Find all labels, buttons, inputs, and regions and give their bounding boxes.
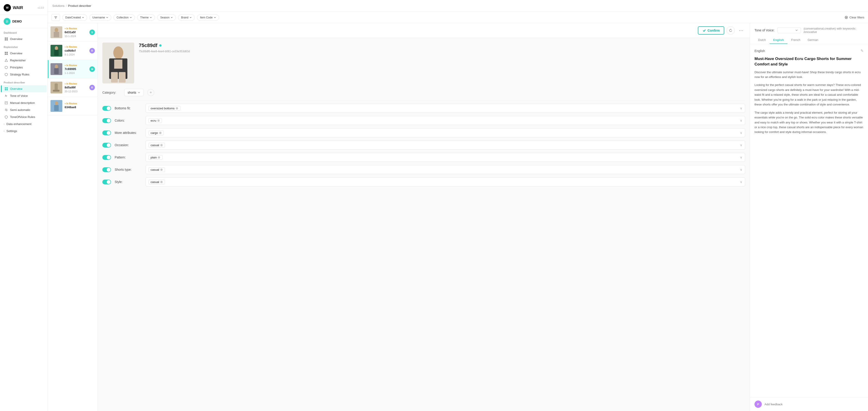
attr-label-occasion: Occasion:: [115, 143, 142, 147]
list-item-avatar-8d5a99f: R: [89, 85, 95, 90]
toggle-bottoms-fit[interactable]: [102, 106, 111, 111]
user-avatar: D: [4, 18, 10, 25]
main-area: Solutions / Product describer DateCreate…: [48, 0, 868, 411]
svg-rect-40: [54, 105, 59, 111]
attr-tag-remove-casual-shorts[interactable]: ⊗: [160, 168, 163, 171]
sidebar-expand-settings[interactable]: › Settings: [0, 128, 48, 134]
edit-description-button[interactable]: ✎: [861, 49, 863, 53]
product-info: 75c89df 75c89df6-4ee8-4ee4-b061-ce33e353…: [139, 42, 745, 84]
list-item-thumb-7c69995: [51, 63, 62, 75]
sidebar-item-tone-of-voice[interactable]: Tone of Voice: [1, 92, 46, 99]
toggle-shorts-type[interactable]: [102, 167, 111, 172]
attr-tags-more-attributes: cargo ⊗: [149, 130, 164, 135]
list-item-id-ca9b8cf: ca9b8cf: [65, 49, 87, 52]
list-item-ca9b8cf[interactable]: In Review ca9b8cf 8-1-2024 R: [48, 41, 98, 60]
svg-rect-4: [5, 52, 6, 53]
toggle-pattern[interactable]: [102, 155, 111, 160]
attr-select-colors[interactable]: ecru ⊗ ∨: [146, 116, 745, 125]
toggle-occasion[interactable]: [102, 143, 111, 148]
attr-tags-colors: ecru ⊗: [149, 118, 162, 123]
attr-tag-remove-oversized-bottoms[interactable]: ⊗: [176, 106, 178, 110]
description-section-label: English ✎: [754, 49, 863, 53]
svg-rect-0: [5, 37, 6, 39]
attr-tag-label-casual-shorts: casual: [151, 168, 159, 171]
list-item-avatar-6d31a5f: S: [89, 30, 95, 35]
feedback-input[interactable]: [765, 403, 863, 406]
attr-tag-remove-casual-style[interactable]: ⊗: [160, 180, 163, 184]
filter-brand-label: Brand: [181, 16, 188, 19]
list-item-8d5a99f[interactable]: In Review 8d5a99f 20-12-2023 R: [48, 78, 98, 97]
attr-row-more-attributes: More attributes: cargo ⊗ ∨: [102, 128, 745, 137]
attr-tag-remove-ecru[interactable]: ⊗: [157, 119, 160, 122]
list-item-6348ae8[interactable]: In Review 6348ae8: [48, 97, 98, 115]
list-item-thumb-8d5a99f: [51, 82, 62, 93]
attr-tag-cargo: cargo ⊗: [149, 130, 164, 135]
refresh-button[interactable]: [726, 26, 735, 35]
breadcrumb-parent[interactable]: Solutions: [52, 4, 64, 7]
sidebar-label-manual-description: Manual description: [10, 101, 35, 104]
filter-season[interactable]: Season: [157, 14, 176, 21]
filter-theme[interactable]: Theme: [137, 14, 155, 21]
tov-select[interactable]: [777, 27, 801, 33]
sidebar: W WAIR v1.0.0 D DEMO Dashboard Overview …: [0, 0, 48, 411]
tab-french[interactable]: French: [787, 36, 804, 44]
filter-season-label: Season: [160, 16, 169, 19]
svg-rect-34: [54, 68, 59, 74]
more-options-button[interactable]: ⋯: [737, 26, 745, 35]
sidebar-item-tov-rules[interactable]: ToneOfVoice Rules: [1, 114, 46, 121]
filter-item-code[interactable]: Item Code: [197, 14, 219, 21]
sidebar-label-overview-dashboard: Overview: [10, 37, 22, 41]
attr-select-pattern[interactable]: plain ⊗ ∨: [146, 153, 745, 162]
attr-tag-remove-plain[interactable]: ⊗: [158, 156, 160, 159]
toggle-more-attributes[interactable]: [102, 130, 111, 135]
sidebar-item-overview-product[interactable]: Overview: [1, 85, 46, 92]
sidebar-item-principles[interactable]: Principles: [1, 64, 46, 71]
attr-select-occasion[interactable]: casual ⊗ ∨: [146, 140, 745, 150]
sidebar-item-overview-replenisher[interactable]: Overview: [1, 50, 46, 57]
attr-select-style[interactable]: casual ⊗ ∨: [146, 177, 745, 186]
list-item-7c69995[interactable]: In Review 7c69995 1-1-2024 M: [48, 60, 98, 78]
tab-dutch[interactable]: Dutch: [754, 36, 770, 44]
category-select[interactable]: shorts: [124, 89, 144, 96]
attr-select-bottoms-fit[interactable]: oversized bottoms ⊗ ∨: [146, 104, 745, 113]
filter-icon-button[interactable]: [52, 14, 60, 21]
list-item-6d31a5f[interactable]: In Review 6d31a5f 10-1-2024 S: [48, 23, 98, 41]
attr-tag-remove-casual-occasion[interactable]: ⊗: [160, 144, 163, 147]
breadcrumb: Solutions / Product describer: [52, 4, 91, 7]
attr-tag-ecru: ecru ⊗: [149, 118, 162, 123]
svg-rect-5: [6, 52, 8, 53]
middle-body: 75c89df 75c89df6-4ee8-4ee4-b061-ce33e353…: [98, 38, 750, 411]
filter-item-code-label: Item Code: [200, 16, 212, 19]
attr-tag-plain: plain ⊗: [149, 155, 162, 160]
attr-select-more-attributes[interactable]: cargo ⊗ ∨: [146, 128, 745, 137]
sidebar-expand-data-enhancement[interactable]: › Data enhancement: [0, 121, 48, 128]
list-item-info-7c69995: In Review 7c69995 1-1-2024: [65, 64, 87, 74]
attr-tag-label-casual-occasion: casual: [151, 144, 159, 147]
clear-filters-button[interactable]: Clear filters: [844, 16, 864, 19]
attr-select-shorts-type[interactable]: casual ⊗ ∨: [146, 165, 745, 174]
filter-date-created[interactable]: DateCreated: [62, 14, 87, 21]
filter-username[interactable]: Username: [89, 14, 111, 21]
category-label: Category:: [102, 91, 121, 94]
filter-brand[interactable]: Brand: [178, 14, 195, 21]
add-category-button[interactable]: +: [147, 89, 154, 96]
svg-point-39: [55, 101, 58, 105]
sidebar-item-replenisher[interactable]: Replenisher: [1, 57, 46, 64]
sidebar-item-overview-dashboard[interactable]: Overview: [1, 35, 46, 42]
toggle-colors[interactable]: [102, 118, 111, 123]
tov-label: Tone of Voice:: [754, 28, 775, 32]
toggle-style[interactable]: [102, 180, 111, 184]
attr-tags-shorts-type: casual ⊗: [149, 167, 165, 172]
filter-collection[interactable]: Collection: [114, 14, 135, 21]
sidebar-item-manual-description[interactable]: Manual description: [1, 99, 46, 106]
attr-tag-remove-cargo[interactable]: ⊗: [159, 131, 162, 134]
tab-english[interactable]: English: [770, 36, 787, 44]
tab-german[interactable]: German: [804, 36, 822, 44]
sidebar-item-strategy-rules[interactable]: Strategy Rules: [1, 71, 46, 78]
confirm-button[interactable]: Confirm: [698, 26, 724, 35]
svg-rect-6: [5, 54, 6, 55]
attr-label-colors: Colors:: [115, 119, 142, 122]
svg-point-17: [5, 109, 6, 110]
tov-keywords: (conversational,creative) with keywords:…: [804, 27, 856, 34]
sidebar-item-semi-automatic[interactable]: Semi automatic: [1, 106, 46, 114]
